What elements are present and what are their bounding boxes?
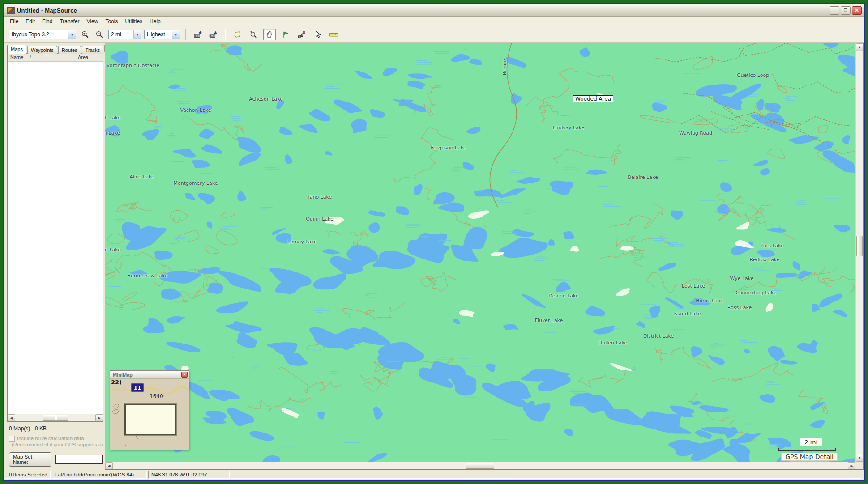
map-label: Alice Lake — [129, 174, 154, 180]
map-scale-label: 2 mi — [800, 438, 822, 446]
route-data-option: Include route calculation data. (Recomme… — [7, 434, 103, 450]
chevron-down-icon[interactable]: ▼ — [68, 30, 76, 39]
map-label: dall Lake — [105, 115, 120, 121]
map-horizontal-scrollbar: ◀ ▶ — [105, 462, 855, 469]
mapsource-window: Untitled - MapSource –❐✕ FileEditFindTra… — [3, 3, 865, 481]
map-label: Lemay Lake — [287, 239, 317, 245]
minimap-title: MiniMap — [113, 372, 133, 378]
restore-icon[interactable]: ❐ — [841, 6, 851, 15]
scroll-right-icon[interactable]: ▶ — [848, 462, 855, 469]
maps-list: Name / Area ◀ ▶ — [7, 53, 103, 422]
zoom-tool-icon[interactable] — [247, 29, 260, 40]
menu-item-view[interactable]: View — [83, 17, 102, 25]
name-column-label: Name — [10, 55, 23, 60]
map-canvas[interactable]: Hydrographic ObstacleAcheson LakeVachon … — [105, 43, 855, 462]
tab-maps[interactable]: Maps — [7, 45, 26, 54]
minimap-viewport-rect[interactable] — [124, 404, 176, 435]
status-bar: 0 Items Selected Lat/Lon hddd°mm.mmm'(WG… — [4, 470, 864, 480]
zoom-in-icon[interactable] — [79, 29, 91, 40]
scrollbar-track[interactable] — [15, 414, 95, 421]
minimap-corner-label: 22) — [111, 379, 122, 386]
product-select[interactable]: Ibycus Topo 3.2 ▼ — [9, 30, 76, 39]
detail-select[interactable]: Highest ▼ — [144, 30, 180, 39]
map-terrain — [105, 43, 855, 462]
minimize-icon[interactable]: – — [830, 6, 839, 15]
highway-shield: 11 — [131, 383, 144, 392]
toolbar-separator — [225, 29, 226, 40]
waypoint-tool-icon[interactable] — [279, 29, 292, 40]
transfer-button-group — [192, 29, 219, 40]
toolbar-separator — [185, 29, 186, 40]
scroll-down-icon[interactable]: ▼ — [856, 454, 863, 462]
chevron-down-icon[interactable]: ▼ — [133, 30, 141, 39]
scrollbar-thumb[interactable] — [856, 236, 863, 256]
hand-tool-icon[interactable] — [263, 29, 276, 40]
window-title: Untitled - MapSource — [17, 7, 77, 14]
minimap-title-bar[interactable]: MiniMap ✕ — [110, 371, 189, 379]
sidebar-tabs: MapsWaypointsRoutesTracks ◀ — [7, 44, 103, 53]
window-controls: –❐✕ — [830, 6, 862, 15]
selection-tool-icon[interactable] — [312, 29, 324, 40]
map-label: Tano Lake — [308, 194, 332, 200]
tool-button-group — [231, 29, 340, 40]
map-label: Home Lake — [696, 298, 723, 304]
menu-item-transfer[interactable]: Transfer — [56, 17, 83, 25]
menu-item-edit[interactable]: Edit — [22, 17, 38, 25]
column-header-name[interactable]: Name / — [8, 54, 75, 61]
zoom-button-group — [79, 29, 106, 40]
receive-from-device-icon[interactable] — [207, 29, 219, 40]
close-icon[interactable]: ✕ — [181, 372, 188, 378]
send-to-device-icon[interactable] — [192, 29, 204, 40]
zoom-out-icon[interactable] — [93, 29, 106, 40]
measure-tool-icon[interactable] — [328, 29, 340, 40]
status-spacer — [231, 471, 862, 479]
tab-waypoints[interactable]: Waypoints — [27, 46, 57, 54]
map-label: Bridge — [502, 59, 508, 75]
menu-item-help[interactable]: Help — [146, 17, 164, 25]
menu-item-utilities[interactable]: Utilities — [121, 17, 146, 25]
map-set-name-input[interactable] — [55, 455, 103, 464]
list-body[interactable] — [8, 62, 103, 414]
column-header-area[interactable]: Area — [75, 54, 103, 61]
map-label: Ferguson Lake — [431, 145, 466, 151]
menu-item-file[interactable]: File — [6, 17, 22, 25]
scroll-left-icon[interactable]: ◀ — [8, 414, 15, 421]
map-label: aird Lake — [105, 247, 121, 253]
map-label: Island Lake — [673, 311, 701, 317]
map-label: Belaire Lake — [628, 174, 658, 180]
scroll-right-icon[interactable]: ▶ — [95, 414, 103, 421]
scrollbar-track[interactable] — [113, 462, 848, 469]
title-bar[interactable]: Untitled - MapSource –❐✕ — [4, 4, 864, 17]
map-scale-bar — [778, 448, 836, 451]
scale-select[interactable]: 2 mi ▼ — [108, 30, 141, 39]
menu-item-tools[interactable]: Tools — [102, 17, 121, 25]
map-set-name-button[interactable]: Map Set Name: — [9, 452, 51, 467]
chevron-down-icon[interactable]: ▼ — [172, 30, 180, 39]
gps-map-detail-label: GPS Map Detail — [781, 453, 838, 461]
minimap-window: MiniMap ✕ 22) 11 1640 — [110, 370, 189, 450]
route-tool-icon[interactable] — [295, 29, 308, 40]
map-label: Redfox Lake — [750, 257, 780, 263]
menu-item-find[interactable]: Find — [38, 17, 56, 25]
scroll-left-icon[interactable]: ◀ — [105, 462, 113, 469]
map-select-tool-icon[interactable] — [231, 29, 244, 40]
list-horizontal-scrollbar: ◀ ▶ — [8, 414, 103, 421]
scrollbar-thumb[interactable] — [466, 463, 494, 469]
route-data-checkbox[interactable] — [9, 436, 15, 442]
status-coordinates: N48 31.078 W91 02.097 — [148, 471, 230, 479]
list-header: Name / Area — [8, 54, 103, 62]
status-selection: 0 Items Selected — [6, 471, 51, 479]
map-label: Hydrographic Obstacle — [105, 63, 159, 68]
close-icon[interactable]: ✕ — [852, 6, 862, 15]
scrollbar-thumb[interactable] — [43, 415, 68, 421]
maps-summary: 0 Map(s) - 0 KB — [7, 422, 103, 434]
minimap-body[interactable]: 22) 11 1640 — [110, 379, 189, 450]
scroll-up-icon[interactable]: ▲ — [856, 43, 863, 51]
sidebar: MapsWaypointsRoutesTracks ◀ Name / Area … — [4, 43, 105, 470]
map-label: Connecting Lake — [735, 290, 777, 296]
toolbar: Ibycus Topo 3.2 ▼ 2 mi ▼ Highest ▼ — [4, 26, 864, 43]
tab-routes[interactable]: Routes — [58, 46, 81, 54]
map-label: Lindsay Lake — [552, 125, 584, 131]
tab-tracks[interactable]: Tracks — [82, 46, 104, 54]
product-select-value: Ibycus Topo 3.2 — [9, 30, 52, 39]
